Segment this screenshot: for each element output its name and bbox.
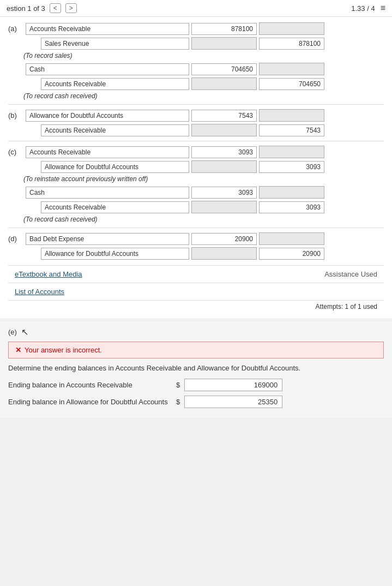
part-e-label: (e) bbox=[8, 328, 17, 336]
debit-field-c3[interactable] bbox=[191, 187, 257, 199]
section-label-a: (a) bbox=[8, 25, 23, 33]
etextbook-link[interactable]: eTextbook and Media bbox=[15, 270, 82, 278]
credit-spacer-cash bbox=[259, 63, 324, 75]
account-field-d2[interactable] bbox=[41, 248, 189, 260]
journal-row-c: (c) bbox=[8, 146, 384, 158]
attempts-bar: Attempts: 1 of 1 used bbox=[8, 301, 384, 313]
assistance-label: Assistance Used bbox=[324, 270, 377, 278]
main-content: (a) (To record sales) (To record cash re… bbox=[0, 17, 392, 318]
section-label-d: (d) bbox=[8, 235, 23, 243]
journal-row-b: (b) bbox=[8, 109, 384, 122]
journal-row bbox=[8, 37, 384, 50]
debit-spacer-d2 bbox=[191, 247, 257, 260]
cursor-icon: ↖ bbox=[21, 327, 28, 337]
account-field-b2[interactable] bbox=[41, 124, 189, 136]
bottom-bar: eTextbook and Media Assistance Used bbox=[8, 265, 384, 283]
section-b: (b) bbox=[8, 109, 384, 136]
error-icon: ✕ bbox=[15, 346, 21, 354]
account-field-cash[interactable] bbox=[26, 63, 189, 75]
part-e-section: (e) ↖ ✕ Your answer is incorrect. Determ… bbox=[0, 321, 392, 418]
balance-row-ar: Ending balance in Accounts Receivable $ bbox=[8, 379, 384, 391]
account-field-c[interactable] bbox=[26, 146, 189, 158]
section-c: (c) (To reinstate account previously wri… bbox=[8, 146, 384, 223]
section-label-c: (c) bbox=[8, 148, 23, 156]
list-accounts-bar: List of Accounts bbox=[8, 283, 384, 301]
balance-row-allowance: Ending balance in Allowance for Doubtful… bbox=[8, 396, 384, 408]
section-d: (d) bbox=[8, 232, 384, 260]
debit-spacer bbox=[191, 37, 257, 50]
balance-input-ar[interactable] bbox=[184, 379, 282, 391]
balance-label-allowance: Ending balance in Allowance for Doubtful… bbox=[8, 398, 172, 406]
next-button[interactable]: > bbox=[65, 3, 77, 13]
journal-row-c4 bbox=[8, 201, 384, 213]
instruction-text: Determine the ending balances in Account… bbox=[8, 364, 384, 372]
dollar-allowance: $ bbox=[176, 398, 180, 406]
question-nav: estion 1 of 3 < > bbox=[7, 3, 77, 13]
account-field[interactable] bbox=[26, 23, 189, 35]
journal-row-c2 bbox=[8, 160, 384, 173]
narration-c2: (To record cash received) bbox=[23, 216, 384, 223]
debit-field-b[interactable] bbox=[191, 110, 257, 122]
prev-button[interactable]: < bbox=[50, 3, 61, 13]
account-field-c4[interactable] bbox=[41, 201, 189, 213]
list-icon[interactable]: ≡ bbox=[381, 3, 385, 13]
balance-input-allowance[interactable] bbox=[184, 396, 282, 408]
debit-field-c[interactable] bbox=[191, 146, 257, 158]
account-field-indented[interactable] bbox=[41, 38, 189, 50]
debit-field[interactable] bbox=[191, 23, 257, 35]
journal-row-d: (d) bbox=[8, 232, 384, 245]
section-a: (a) (To record sales) (To record cash re… bbox=[8, 22, 384, 100]
account-field-c3[interactable] bbox=[26, 187, 189, 199]
debit-spacer-c2 bbox=[191, 160, 257, 173]
balance-label-ar: Ending balance in Accounts Receivable bbox=[8, 381, 172, 389]
narration-a2: (To record cash received) bbox=[23, 92, 384, 100]
narration-c: (To reinstate account previously written… bbox=[23, 175, 384, 183]
top-bar: estion 1 of 3 < > 1.33 / 4 ≡ bbox=[0, 0, 392, 17]
account-field-ar[interactable] bbox=[41, 78, 189, 90]
journal-row bbox=[8, 63, 384, 75]
journal-row: (a) bbox=[8, 22, 384, 35]
credit-spacer bbox=[259, 22, 324, 35]
credit-field-c2[interactable] bbox=[259, 161, 324, 173]
debit-spacer-ar bbox=[191, 77, 257, 90]
credit-field-d2[interactable] bbox=[259, 248, 324, 260]
credit-spacer-c3 bbox=[259, 186, 324, 199]
credit-field-c4[interactable] bbox=[259, 201, 324, 213]
debit-field-cash[interactable] bbox=[191, 63, 257, 75]
narration-a: (To record sales) bbox=[23, 52, 384, 59]
section-label-b: (b) bbox=[8, 111, 23, 119]
credit-field-b2[interactable] bbox=[259, 124, 324, 136]
question-label: estion 1 of 3 bbox=[7, 4, 45, 13]
list-accounts-link[interactable]: List of Accounts bbox=[15, 288, 64, 296]
credit-spacer-b bbox=[259, 109, 324, 122]
dollar-ar: $ bbox=[176, 381, 180, 389]
debit-field-d[interactable] bbox=[191, 233, 257, 245]
part-e-header: (e) ↖ bbox=[8, 327, 384, 337]
error-message: Your answer is incorrect. bbox=[25, 346, 102, 354]
error-box: ✕ Your answer is incorrect. bbox=[8, 342, 384, 358]
attempts-text: Attempts: 1 of 1 used bbox=[316, 303, 377, 310]
score-display: 1.33 / 4 bbox=[351, 4, 375, 13]
account-field-c2[interactable] bbox=[41, 161, 189, 173]
credit-field-ar[interactable] bbox=[259, 78, 324, 90]
debit-spacer-b2 bbox=[191, 124, 257, 136]
account-field-b[interactable] bbox=[26, 110, 189, 122]
journal-row-d2 bbox=[8, 247, 384, 260]
journal-row bbox=[8, 77, 384, 90]
journal-row-c3 bbox=[8, 186, 384, 199]
credit-spacer-d bbox=[259, 232, 324, 245]
debit-spacer-c4 bbox=[191, 201, 257, 213]
score-area: 1.33 / 4 ≡ bbox=[351, 3, 385, 13]
account-field-d[interactable] bbox=[26, 233, 189, 245]
credit-field[interactable] bbox=[259, 38, 324, 50]
credit-spacer-c bbox=[259, 146, 324, 158]
journal-row-b2 bbox=[8, 124, 384, 136]
